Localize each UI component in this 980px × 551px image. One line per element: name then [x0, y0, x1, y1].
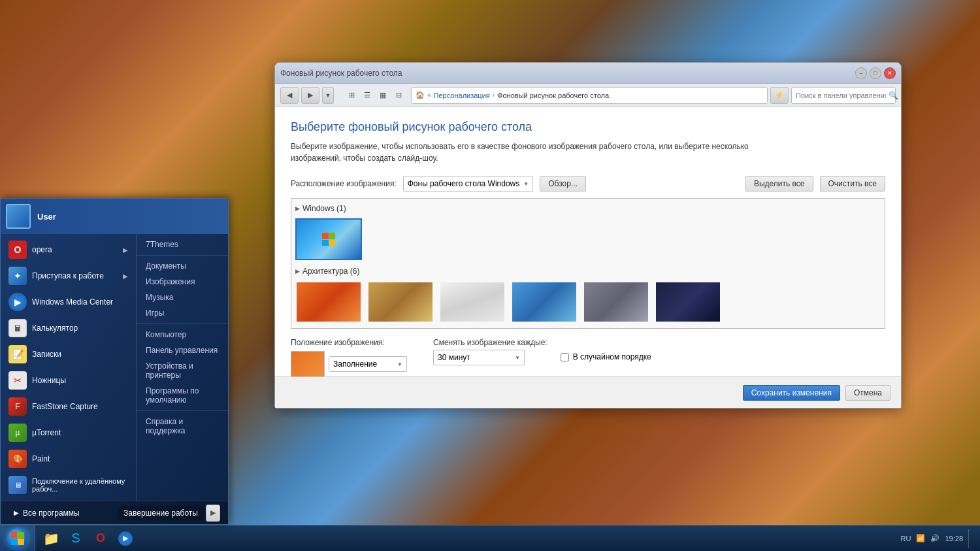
interval-arrow: ▼	[515, 355, 520, 361]
location-dropdown[interactable]: Фоны рабочего стола Windows ▼	[403, 176, 533, 192]
windows-items	[295, 218, 881, 260]
category-windows: ▶ Windows (1)	[295, 203, 881, 260]
right-item-defaults[interactable]: Программы по умолчанию	[137, 383, 228, 408]
start-menu-header: User	[1, 199, 228, 234]
taskbar-wmc[interactable]: ▶	[114, 527, 137, 550]
arch-items	[295, 281, 881, 323]
view-list[interactable]: ☰	[360, 88, 374, 103]
right-item-music[interactable]: Музыка	[137, 290, 228, 305]
taskbar-opera[interactable]: O	[89, 527, 112, 550]
wallpaper-item-arch6[interactable]	[655, 281, 721, 323]
search-icon: 🔍	[889, 91, 898, 100]
control-panel-window: Фоновый рисунок рабочего стола – □ ✕ ◀ ▶…	[274, 62, 902, 409]
menu-item-scissors[interactable]: ✂ Ножницы	[1, 367, 136, 393]
menu-item-utorrent[interactable]: µ µTorrent	[1, 420, 136, 446]
menu-item-wmc-label: Windows Media Center	[32, 297, 113, 307]
location-value: Фоны рабочего стола Windows	[408, 179, 520, 188]
all-programs-label: Все программы	[23, 509, 80, 518]
start-menu-body: O opera ▶ ✦ Приступая к работе ▶ ▶ Windo…	[1, 234, 228, 501]
wallpaper-item-arch1[interactable]	[295, 281, 362, 323]
wallpaper-item-arch3[interactable]	[439, 281, 506, 323]
save-button[interactable]: Сохранить изменения	[743, 385, 840, 401]
menu-item-faststone[interactable]: F FastStone Capture	[1, 393, 136, 420]
shutdown-button[interactable]: Завершение работы	[118, 506, 203, 520]
category-arch-name: Архитектура (6)	[302, 267, 360, 276]
user-avatar	[6, 204, 31, 229]
category-arch: ▶ Архитектура (6)	[295, 265, 881, 323]
forward-button[interactable]: ▶	[301, 87, 319, 104]
windows-logo	[11, 532, 24, 545]
rdp-icon: 🖥	[8, 476, 27, 494]
menu-item-rdp-label: Подключение к удалённому рабоч...	[32, 477, 128, 493]
interval-value: 30 минут	[438, 353, 470, 362]
wallpaper-item-arch2[interactable]	[367, 281, 434, 323]
view-next[interactable]: ⊟	[391, 88, 406, 103]
breadcrumb-sep1: «	[427, 92, 431, 99]
wallpaper-item-win7[interactable]	[295, 218, 362, 260]
interval-section: Сменять изображение каждые: 30 минут ▼	[433, 338, 547, 365]
right-item-computer[interactable]: Компьютер	[137, 327, 228, 342]
category-windows-header: ▶ Windows (1)	[295, 203, 881, 214]
menu-item-opera[interactable]: O opera ▶	[1, 237, 136, 263]
right-item-games[interactable]: Игры	[137, 305, 228, 321]
taskbar-right: RU 📶 🔊 19:28	[894, 529, 980, 548]
menu-item-opera-label: opera	[32, 245, 52, 254]
select-all-button[interactable]: Выделить все	[745, 176, 813, 192]
start-menu-right: 7Themes Документы Изображения Музыка Игр…	[137, 234, 228, 501]
start-menu-left: O opera ▶ ✦ Приступая к работе ▶ ▶ Windo…	[1, 234, 137, 501]
clear-all-button[interactable]: Очистить все	[820, 176, 885, 192]
category-windows-name: Windows (1)	[302, 204, 346, 213]
work-arrow: ▶	[123, 273, 128, 280]
menu-item-wmc[interactable]: ▶ Windows Media Center	[1, 289, 136, 315]
wallpaper-item-arch5[interactable]	[583, 281, 649, 323]
category-windows-toggle[interactable]: ▶	[295, 205, 300, 212]
arch6-thumb	[656, 282, 720, 322]
all-programs-button[interactable]: ▶ Все программы	[8, 506, 85, 520]
back-button[interactable]: ◀	[280, 87, 299, 104]
faststone-icon: F	[8, 397, 27, 416]
shuffle-checkbox[interactable]	[561, 353, 569, 361]
taskbar-skype[interactable]: S	[64, 527, 88, 550]
menu-item-calc[interactable]: 🖩 Калькулятор	[1, 315, 136, 341]
right-item-themes[interactable]: 7Themes	[137, 237, 228, 252]
menu-item-paint[interactable]: 🎨 Paint	[1, 446, 136, 472]
menu-item-rdp[interactable]: 🖥 Подключение к удалённому рабоч...	[1, 472, 136, 498]
search-input[interactable]	[796, 92, 886, 99]
location-label: Расположение изображения:	[291, 179, 397, 188]
menu-item-work[interactable]: ✦ Приступая к работе ▶	[1, 263, 136, 289]
page-title: Выберите фоновый рисунок рабочего стола	[291, 120, 885, 134]
shutdown-arrow[interactable]: ▶	[206, 505, 220, 522]
right-item-docs[interactable]: Документы	[137, 258, 228, 274]
menu-item-paint-label: Paint	[32, 454, 50, 463]
taskbar-explorer[interactable]: 📁	[39, 527, 63, 550]
position-arrow: ▼	[397, 361, 402, 367]
address-bar: 🏠 « Персонализация › Фоновый рисунок раб…	[411, 87, 768, 104]
right-item-help[interactable]: Справка и поддержка	[137, 414, 228, 439]
minimize-button[interactable]: –	[855, 67, 867, 79]
wallpaper-item-arch4[interactable]	[511, 281, 578, 323]
view-grid[interactable]: ⊞	[344, 88, 359, 103]
arch1-thumb	[297, 282, 361, 322]
view-panel[interactable]: ▦	[376, 88, 390, 103]
browse-button[interactable]: Обзор...	[540, 176, 586, 192]
right-item-images[interactable]: Изображения	[137, 274, 228, 290]
shutdown-label: Завершение работы	[123, 509, 198, 518]
show-desktop-button[interactable]	[968, 529, 973, 548]
right-item-devices[interactable]: Устройства и принтеры	[137, 358, 228, 383]
start-button[interactable]	[0, 526, 35, 552]
refresh-button[interactable]: ⚡	[770, 87, 789, 104]
cancel-button[interactable]: Отмена	[845, 385, 890, 401]
arch5-thumb	[584, 282, 648, 322]
close-button[interactable]: ✕	[884, 67, 896, 79]
win7-logo	[322, 233, 335, 246]
menu-item-utorrent-label: µTorrent	[32, 428, 61, 437]
scissors-icon: ✂	[8, 371, 27, 390]
interval-dropdown[interactable]: 30 минут ▼	[433, 350, 525, 365]
maximize-button[interactable]: □	[870, 67, 881, 79]
position-dropdown[interactable]: Заполнение ▼	[329, 356, 407, 372]
dropdown-nav-button[interactable]: ▼	[322, 87, 334, 104]
menu-item-notes[interactable]: 📝 Записки	[1, 341, 136, 367]
category-arch-toggle[interactable]: ▶	[295, 268, 300, 275]
breadcrumb-personalization[interactable]: Персонализация	[434, 92, 490, 99]
right-item-cp[interactable]: Панель управления	[137, 342, 228, 358]
